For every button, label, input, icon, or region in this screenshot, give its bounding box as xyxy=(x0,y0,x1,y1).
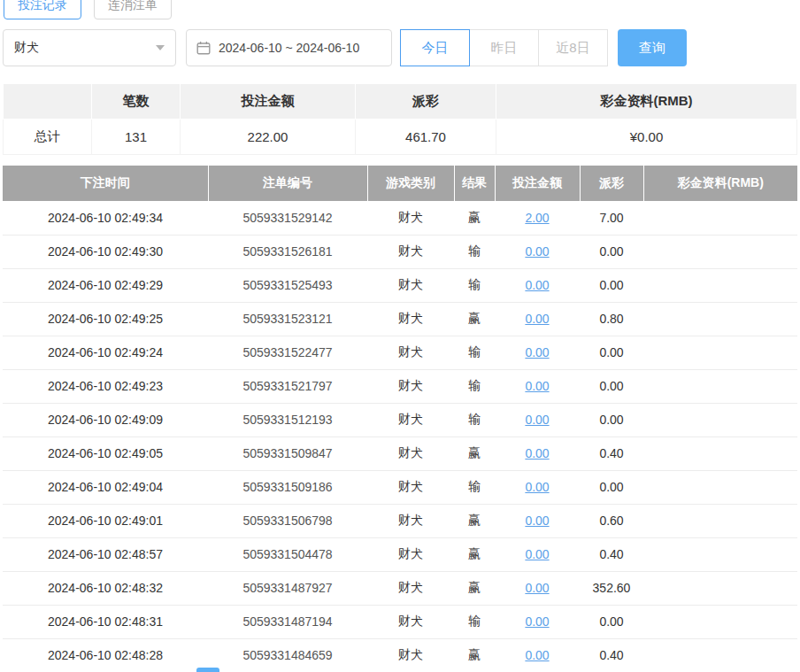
bet-time-cell: 2024-06-10 02:49:29 xyxy=(3,268,208,302)
payout-cell: 0.00 xyxy=(580,470,643,504)
order-number-cell: 5059331512193 xyxy=(208,403,367,436)
payout-cell: 0.80 xyxy=(580,302,643,336)
game-type-cell: 财犬 xyxy=(367,638,454,672)
game-type-cell: 财犬 xyxy=(367,403,454,436)
search-button[interactable]: 查询 xyxy=(618,29,687,66)
order-number-cell: 5059331484659 xyxy=(208,638,367,672)
game-type-cell: 财犬 xyxy=(367,470,454,504)
date-range-input[interactable]: 2024-06-10 ~ 2024-06-10 xyxy=(186,29,392,66)
date-range-value: 2024-06-10 ~ 2024-06-10 xyxy=(219,41,359,55)
summary-header-bet-amount: 投注金额 xyxy=(181,84,356,120)
bonus-cell xyxy=(643,537,797,571)
pagination-item-partial[interactable] xyxy=(196,668,219,672)
bet-amount-link[interactable]: 0.00 xyxy=(525,648,549,662)
filter-bar: 财犬 2024-06-10 ~ 2024-06-10 今日 昨日 近8日 查询 xyxy=(3,29,797,66)
order-number-cell: 5059331509186 xyxy=(208,470,367,504)
table-row: 2024-06-10 02:49:015059331506798财犬赢0.000… xyxy=(3,504,797,537)
bet-amount-cell: 0.00 xyxy=(495,268,580,302)
table-row: 2024-06-10 02:48:285059331484659财犬赢0.000… xyxy=(3,638,797,672)
game-select[interactable]: 财犬 xyxy=(3,29,176,66)
tab-cancelled-orders[interactable]: 连消注单 xyxy=(94,0,172,19)
bonus-cell xyxy=(643,571,797,605)
table-row: 2024-06-10 02:49:055059331509847财犬赢0.000… xyxy=(3,436,797,470)
game-type-cell: 财犬 xyxy=(367,571,454,605)
col-header-bonus: 彩金资料(RMB) xyxy=(643,166,797,201)
yesterday-button[interactable]: 昨日 xyxy=(469,29,539,66)
order-number-cell: 5059331504478 xyxy=(208,537,367,571)
table-row: 2024-06-10 02:48:315059331487194财犬输0.000… xyxy=(3,605,797,638)
bet-amount-link[interactable]: 0.00 xyxy=(525,446,549,460)
bonus-cell xyxy=(643,336,797,369)
bonus-cell xyxy=(643,436,797,470)
bet-amount-link[interactable]: 0.00 xyxy=(525,480,549,494)
col-header-bet-time: 下注时间 xyxy=(3,166,208,201)
game-type-cell: 财犬 xyxy=(367,336,454,369)
order-number-cell: 5059331509847 xyxy=(208,436,367,470)
table-row: 2024-06-10 02:48:575059331504478财犬赢0.000… xyxy=(3,537,797,571)
order-number-cell: 5059331521797 xyxy=(208,369,367,403)
bonus-cell xyxy=(643,302,797,336)
bonus-cell xyxy=(643,638,797,672)
summary-total-row: 总计 131 222.00 461.70 ¥0.00 xyxy=(4,120,797,155)
table-row: 2024-06-10 02:49:045059331509186财犬输0.000… xyxy=(3,470,797,504)
game-type-cell: 财犬 xyxy=(367,504,454,537)
today-button[interactable]: 今日 xyxy=(400,29,470,66)
summary-total-label: 总计 xyxy=(4,120,92,155)
col-header-payout: 派彩 xyxy=(580,166,643,201)
payout-cell: 0.00 xyxy=(580,403,643,436)
records-header-row: 下注时间 注单编号 游戏类别 结果 投注金额 派彩 彩金资料(RMB) xyxy=(3,166,797,201)
table-row: 2024-06-10 02:49:305059331526181财犬输0.000… xyxy=(3,235,797,268)
bet-amount-link[interactable]: 0.00 xyxy=(525,614,549,629)
result-cell: 输 xyxy=(454,369,495,403)
bet-time-cell: 2024-06-10 02:48:28 xyxy=(3,638,208,672)
last8days-button[interactable]: 近8日 xyxy=(538,29,608,66)
bet-time-cell: 2024-06-10 02:48:31 xyxy=(3,605,208,638)
bet-amount-cell: 0.00 xyxy=(495,369,580,403)
bet-amount-link[interactable]: 0.00 xyxy=(525,379,549,393)
game-type-cell: 财犬 xyxy=(367,605,454,638)
order-number-cell: 5059331525493 xyxy=(208,268,367,302)
game-type-cell: 财犬 xyxy=(367,201,454,235)
bet-amount-link[interactable]: 0.00 xyxy=(525,312,549,326)
table-row: 2024-06-10 02:49:255059331523121财犬赢0.000… xyxy=(3,302,797,336)
bet-amount-cell: 2.00 xyxy=(495,201,580,235)
payout-cell: 0.00 xyxy=(580,605,643,638)
bet-amount-cell: 0.00 xyxy=(495,235,580,268)
result-cell: 输 xyxy=(454,470,495,504)
result-cell: 赢 xyxy=(454,302,495,336)
bet-time-cell: 2024-06-10 02:49:24 xyxy=(3,336,208,369)
tab-bet-records[interactable]: 投注记录 xyxy=(4,0,81,19)
bonus-cell xyxy=(643,504,797,537)
table-row: 2024-06-10 02:48:325059331487927财犬赢0.003… xyxy=(3,571,797,605)
game-type-cell: 财犬 xyxy=(367,302,454,336)
result-cell: 输 xyxy=(454,336,495,369)
bet-time-cell: 2024-06-10 02:49:23 xyxy=(3,369,208,403)
payout-cell: 0.00 xyxy=(580,268,643,302)
summary-corner-cell xyxy=(4,84,92,120)
bet-amount-link[interactable]: 0.00 xyxy=(525,345,549,359)
tab-bar: 投注记录 连消注单 xyxy=(3,0,797,20)
bet-amount-link[interactable]: 0.00 xyxy=(525,514,549,528)
col-header-result: 结果 xyxy=(454,166,495,201)
bet-amount-link[interactable]: 0.00 xyxy=(525,278,549,292)
bet-amount-link[interactable]: 0.00 xyxy=(525,581,549,595)
table-row: 2024-06-10 02:49:345059331529142财犬赢2.007… xyxy=(3,201,797,235)
bet-amount-link[interactable]: 2.00 xyxy=(525,211,549,225)
chevron-down-icon xyxy=(156,45,165,50)
bet-amount-link[interactable]: 0.00 xyxy=(525,547,549,561)
payout-cell: 0.40 xyxy=(580,537,643,571)
payout-cell: 0.40 xyxy=(580,638,643,672)
bet-amount-link[interactable]: 0.00 xyxy=(525,244,549,259)
result-cell: 输 xyxy=(454,268,495,302)
bet-amount-cell: 0.00 xyxy=(495,571,580,605)
game-type-cell: 财犬 xyxy=(367,537,454,571)
bonus-cell xyxy=(643,201,797,235)
payout-cell: 0.00 xyxy=(580,336,643,369)
bet-amount-link[interactable]: 0.00 xyxy=(525,413,549,427)
summary-total-bonus: ¥0.00 xyxy=(496,120,797,155)
summary-header-row: 笔数 投注金额 派彩 彩金资料(RMB) xyxy=(4,84,797,120)
result-cell: 赢 xyxy=(454,201,495,235)
game-type-cell: 财犬 xyxy=(367,436,454,470)
table-row: 2024-06-10 02:49:095059331512193财犬输0.000… xyxy=(3,403,797,436)
game-type-cell: 财犬 xyxy=(367,235,454,268)
